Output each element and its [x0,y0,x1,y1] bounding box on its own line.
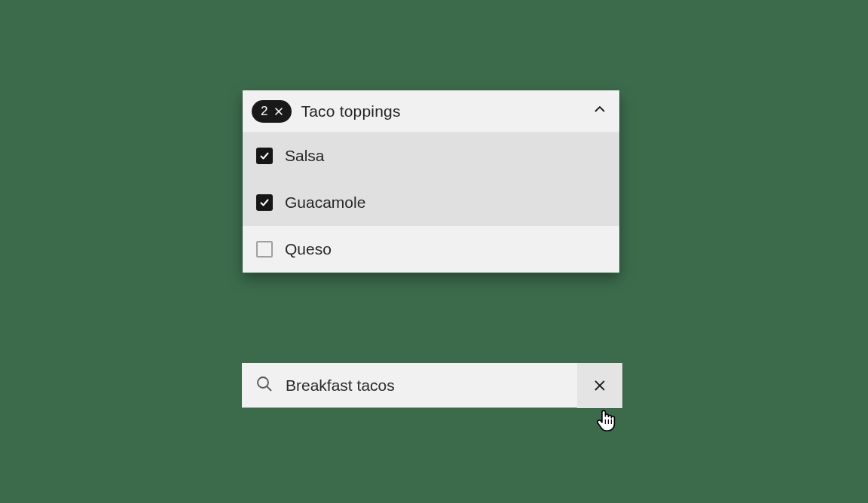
search-icon [255,375,274,396]
clear-search-button[interactable] [577,363,622,408]
multiselect-option[interactable]: Salsa [243,133,619,179]
close-icon [592,378,607,393]
svg-point-0 [258,377,268,388]
checkbox-checked-icon[interactable] [256,148,273,164]
checkbox-checked-icon[interactable] [256,194,273,211]
search-input[interactable]: Breakfast tacos [242,363,622,408]
checkbox-unchecked-icon[interactable] [256,241,273,258]
option-label: Queso [285,240,332,258]
clear-all-icon[interactable] [274,106,284,117]
option-label: Guacamole [285,194,365,212]
chevron-up-icon[interactable] [592,102,607,120]
option-label: Salsa [285,147,325,165]
selection-count: 2 [261,104,267,119]
multiselect-dropdown: 2 Taco toppings Salsa [243,90,619,273]
svg-line-1 [267,386,271,391]
multiselect-header[interactable]: 2 Taco toppings [243,90,619,133]
selection-count-pill: 2 [252,100,292,123]
pointer-cursor-icon [595,408,618,435]
search-value: Breakfast tacos [286,376,577,395]
multiselect-option[interactable]: Queso [243,226,619,273]
multiselect-option[interactable]: Guacamole [243,179,619,226]
multiselect-label: Taco toppings [301,102,592,120]
